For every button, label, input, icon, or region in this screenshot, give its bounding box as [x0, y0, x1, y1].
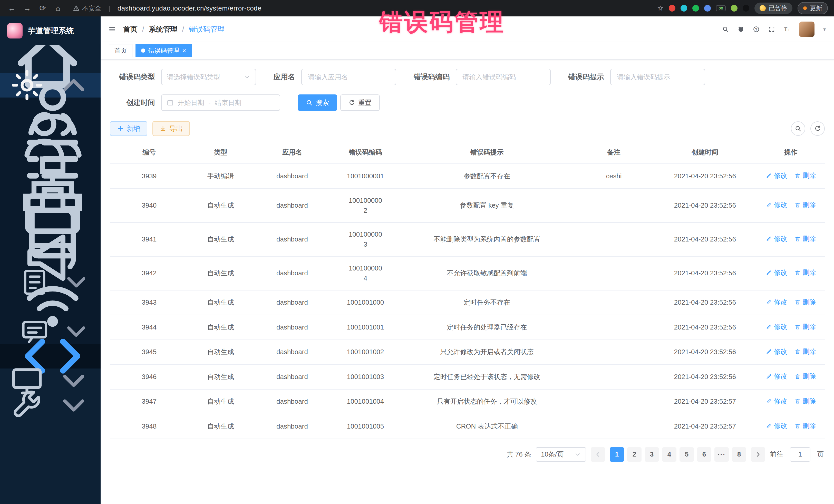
github-icon[interactable]: [738, 26, 744, 32]
page-button-3[interactable]: 3: [644, 447, 659, 462]
extension-teal-icon[interactable]: [681, 5, 687, 12]
page-button-8[interactable]: 8: [732, 447, 746, 462]
fullscreen-icon[interactable]: [768, 26, 775, 32]
search-button[interactable]: 搜索: [298, 94, 337, 111]
add-button[interactable]: 新增: [110, 121, 147, 136]
chevron-down-icon: [574, 451, 581, 458]
edit-button[interactable]: 修改: [766, 297, 787, 307]
extension-green-icon[interactable]: [692, 5, 699, 12]
edit-button[interactable]: 修改: [766, 171, 787, 181]
error-type-select[interactable]: 请选择错误码类型: [161, 69, 256, 85]
help-icon[interactable]: ?: [753, 26, 760, 32]
home-button[interactable]: ⌂: [52, 0, 64, 17]
cell-actions: 修改删除: [757, 189, 825, 222]
cell-id: 3947: [110, 389, 188, 414]
filter-row-1: 错误码类型 请选择错误码类型 应用名 错误码编码: [110, 69, 825, 85]
bookmark-star-icon[interactable]: ☆: [657, 4, 664, 13]
edit-button[interactable]: 修改: [766, 322, 787, 332]
chevron-down-icon: [56, 388, 91, 423]
date-range-picker[interactable]: 开始日期 - 结束日期: [161, 94, 280, 111]
avatar[interactable]: [799, 22, 814, 37]
filter-time-label: 创建时间: [110, 98, 155, 108]
show-search-button[interactable]: [791, 122, 805, 136]
delete-button[interactable]: 删除: [794, 347, 816, 357]
update-dot-icon: [803, 6, 807, 10]
tab-home[interactable]: 首页: [109, 44, 132, 57]
extension-red-icon[interactable]: [669, 5, 675, 12]
address-bar[interactable]: dashboard.yudao.iocoder.cn/system/error-…: [117, 4, 653, 12]
sidebar-item-online-user[interactable]: 在线用户: [0, 294, 101, 319]
goto-page-input[interactable]: [790, 447, 810, 462]
refresh-icon: [349, 99, 355, 106]
edit-button[interactable]: 修改: [766, 421, 787, 431]
extension-dark-icon[interactable]: [743, 5, 749, 12]
extension-on-badge[interactable]: on: [716, 5, 726, 11]
security-chip[interactable]: 不安全: [73, 4, 101, 13]
delete-button[interactable]: 删除: [794, 171, 816, 181]
tab-error-code[interactable]: 错误码管理×: [135, 44, 192, 57]
pagination-pages: 123456···8: [610, 447, 746, 462]
page-button-6[interactable]: 6: [697, 447, 711, 462]
error-code-input[interactable]: [456, 69, 551, 85]
pagination-ellipsis[interactable]: ···: [715, 447, 729, 462]
breadcrumb-item[interactable]: 错误码管理: [189, 24, 225, 34]
reset-button[interactable]: 重置: [340, 94, 380, 111]
total-label: 共 76 条: [507, 450, 531, 459]
edit-button[interactable]: 修改: [766, 268, 787, 278]
edit-button[interactable]: 修改: [766, 371, 787, 381]
breadcrumb-item[interactable]: 系统管理: [149, 24, 178, 34]
cell-created: 2021-04-20 23:52:56: [653, 365, 757, 389]
column-header: 错误码提示: [399, 141, 575, 164]
delete-button[interactable]: 删除: [794, 268, 816, 278]
back-button[interactable]: ←: [6, 0, 18, 17]
edit-button[interactable]: 修改: [766, 200, 787, 210]
page-size-select[interactable]: 10条/页: [536, 447, 586, 462]
search-icon[interactable]: [722, 26, 729, 32]
delete-button[interactable]: 删除: [794, 371, 816, 381]
extension-leaf-icon[interactable]: [731, 5, 738, 12]
page-button-4[interactable]: 4: [662, 447, 676, 462]
brand[interactable]: 芋道管理系统: [0, 17, 101, 45]
extension-blue-icon[interactable]: [704, 5, 711, 12]
edit-button[interactable]: 修改: [766, 347, 787, 357]
paused-badge[interactable]: 已暂停: [754, 3, 792, 14]
edit-button[interactable]: 修改: [766, 396, 787, 406]
edit-button[interactable]: 修改: [766, 234, 787, 244]
export-button[interactable]: 导出: [152, 121, 190, 136]
filter-row-2: 创建时间 开始日期 - 结束日期 搜索 重置: [110, 94, 825, 111]
start-date-placeholder: 开始日期: [178, 98, 204, 107]
delete-button[interactable]: 删除: [794, 200, 816, 210]
column-header: 编号: [110, 141, 188, 164]
font-size-icon[interactable]: TT: [784, 26, 790, 32]
calendar-icon: [167, 99, 174, 106]
app-frame: 芋道管理系统 首页系统管理用户管理角色管理菜单管理部门管理岗位管理字典管理通知公…: [0, 17, 834, 504]
reload-button[interactable]: ⟳: [37, 0, 48, 17]
table-row: 3944自动生成dashboard1001001001定时任务的处理器已经存在2…: [110, 315, 825, 340]
hamburger-icon[interactable]: [109, 26, 115, 32]
tab-close-icon[interactable]: ×: [182, 47, 186, 54]
forward-button[interactable]: →: [22, 0, 33, 17]
update-button[interactable]: 更新: [797, 2, 828, 14]
sidebar-item-notice[interactable]: 通知公告: [0, 245, 101, 270]
delete-button[interactable]: 删除: [794, 421, 816, 431]
prev-page-button[interactable]: [591, 447, 605, 462]
cell-code: 100100000 4: [332, 256, 399, 290]
delete-button[interactable]: 删除: [794, 396, 816, 406]
delete-button[interactable]: 删除: [794, 322, 816, 332]
page-button-1[interactable]: 1: [610, 447, 624, 462]
page-button-5[interactable]: 5: [680, 447, 694, 462]
app-name-input[interactable]: [301, 69, 396, 85]
delete-button[interactable]: 删除: [794, 234, 816, 244]
cell-hint: CRON 表达式不正确: [399, 414, 575, 439]
error-hint-input[interactable]: [610, 69, 705, 85]
sidebar-item-dev-tools[interactable]: 研发工具: [0, 393, 101, 418]
breadcrumb-item[interactable]: 首页: [123, 24, 137, 34]
cell-actions: 修改删除: [757, 365, 825, 389]
chevron-down-icon[interactable]: ▾: [823, 26, 826, 32]
page-button-2[interactable]: 2: [627, 447, 641, 462]
download-icon: [160, 125, 166, 132]
next-page-button[interactable]: [751, 447, 765, 462]
delete-button[interactable]: 删除: [794, 297, 816, 307]
refresh-table-button[interactable]: [810, 122, 825, 136]
filter-app-label: 应用名: [273, 72, 295, 82]
